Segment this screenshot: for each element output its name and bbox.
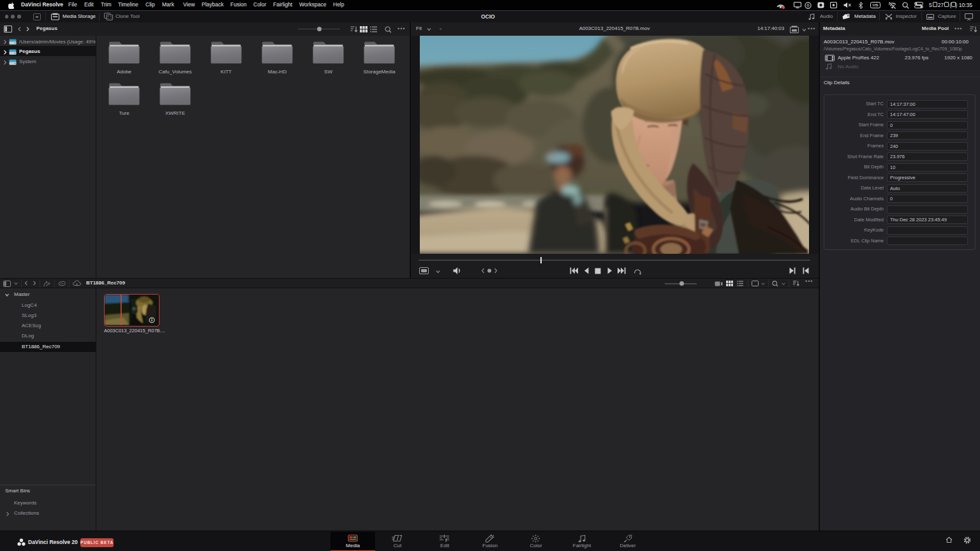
svg-text:StorageMedia: StorageMedia [364, 69, 396, 75]
svg-text:Adobe: Adobe [117, 69, 132, 75]
svg-text:KITT: KITT [221, 69, 232, 75]
svg-text:Mac-HD: Mac-HD [268, 69, 287, 75]
svg-text:Cafu_Volumes: Cafu_Volumes [158, 69, 191, 75]
svg-text:Ture: Ture [119, 110, 130, 116]
svg-text:SW: SW [324, 69, 332, 75]
svg-text:XWRITE: XWRITE [165, 110, 185, 116]
